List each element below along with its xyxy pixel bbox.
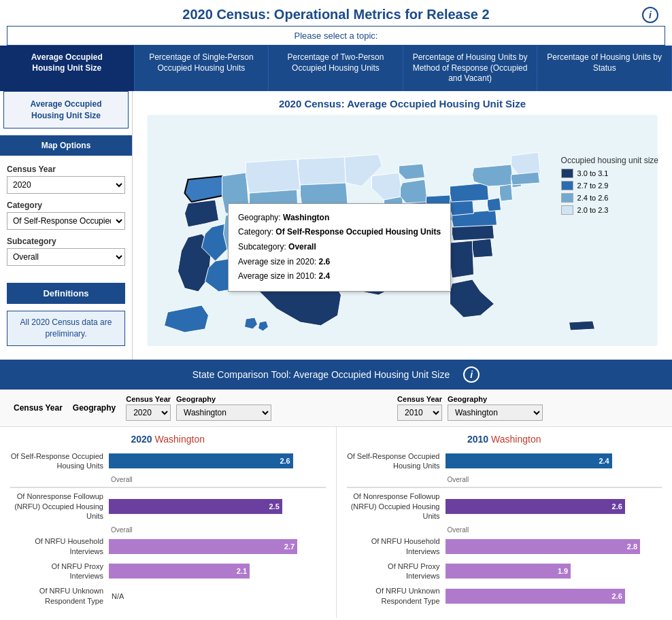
right-chart-title: 2010 Washington bbox=[347, 434, 662, 445]
right-row5-label: Of NRFU Unknown Respondent Type bbox=[347, 586, 446, 606]
right-bar-row-1: Of Self-Response Occupied Housing Units … bbox=[347, 451, 662, 471]
tooltip-geography-label: Geography: bbox=[238, 213, 283, 222]
subcategory-select[interactable]: Overall bbox=[7, 248, 125, 266]
svg-marker-33 bbox=[450, 241, 474, 278]
left-bar4: 2.1 bbox=[109, 564, 250, 579]
census-year-select[interactable]: 2020 2010 bbox=[7, 176, 125, 194]
left-bar2-container: 2.5 bbox=[109, 499, 326, 514]
tooltip-subcategory-label: Subcategory: bbox=[238, 242, 288, 252]
category-select[interactable]: Of Self-Response Occupied ... bbox=[7, 212, 125, 230]
tab-method[interactable]: Percentage of Housing Units by Method of… bbox=[403, 46, 538, 91]
right-bar1: 2.4 bbox=[446, 453, 612, 468]
left-bar3: 2.7 bbox=[109, 539, 297, 554]
map-options-header: Map Options bbox=[0, 135, 132, 156]
map-legend: Occupied housing unit size 3.0 to 3.1 2.… bbox=[561, 156, 658, 218]
left-census-year-label: Census Year bbox=[14, 403, 63, 413]
right-bar2: 2.6 bbox=[446, 499, 625, 514]
charts-section: 2020 Washington Of Self-Response Occupie… bbox=[0, 427, 672, 618]
tooltip-category-label: Category: bbox=[238, 227, 275, 237]
legend-color-2 bbox=[561, 181, 573, 190]
right-bar2-container: 2.6 bbox=[446, 499, 662, 514]
left-row2-label: Of Nonresponse Followup (NRFU) Occupied … bbox=[10, 492, 109, 521]
left-bar-row-2: Of Nonresponse Followup (NRFU) Occupied … bbox=[10, 492, 326, 521]
right-bar2-value: 2.6 bbox=[612, 502, 622, 511]
left-bar-row-4: Of NRFU Proxy Interviews 2.1 bbox=[10, 562, 326, 581]
tooltip-avg2020-label: Average size in 2020: bbox=[238, 257, 319, 266]
tooltip-category-value: Of Self-Response Occupied Housing Units bbox=[275, 227, 441, 237]
map-container[interactable]: Geography: Washington Category: Of Self-… bbox=[139, 115, 665, 353]
svg-marker-6 bbox=[246, 159, 301, 193]
left-geo-label-display: Geography bbox=[176, 395, 271, 403]
left-bar-row-1: Of Self-Response Occupied Housing Units … bbox=[10, 451, 326, 471]
legend-color-3 bbox=[561, 193, 573, 203]
right-row2-label: Of Nonresponse Followup (NRFU) Occupied … bbox=[347, 492, 446, 521]
legend-item-2: 2.7 to 2.9 bbox=[561, 181, 658, 190]
right-year-select[interactable]: 20102020 bbox=[397, 404, 442, 421]
tooltip-subcategory-value: Overall bbox=[288, 242, 316, 252]
left-row1-label: Of Self-Response Occupied Housing Units bbox=[10, 451, 109, 471]
tab-status[interactable]: Percentage of Housing Units by Status bbox=[537, 46, 672, 91]
svg-marker-49 bbox=[569, 321, 595, 330]
info-icon-top[interactable]: i bbox=[642, 7, 658, 23]
right-bar3-container: 2.8 bbox=[446, 539, 662, 554]
legend-label-3: 2.4 to 2.6 bbox=[577, 194, 609, 202]
tab-two-person[interactable]: Percentage of Two-Person Occupied Housin… bbox=[269, 46, 403, 91]
right-row3-label: Of NRFU Household Interviews bbox=[347, 536, 446, 556]
legend-item-3: 2.4 to 2.6 bbox=[561, 193, 658, 203]
left-bar1-container: 2.6 bbox=[109, 453, 326, 468]
left-row3-label: Of NRFU Household Interviews bbox=[10, 536, 109, 556]
right-bar3: 2.8 bbox=[446, 539, 641, 554]
right-bar5-container: 2.6 bbox=[446, 589, 662, 604]
right-row4-label: Of NRFU Proxy Interviews bbox=[347, 562, 446, 581]
left-bar2: 2.5 bbox=[109, 499, 282, 514]
definitions-button[interactable]: Definitions bbox=[7, 283, 125, 304]
left-geography-group: Geography bbox=[73, 403, 116, 413]
left-census-year-group: Census Year bbox=[14, 403, 63, 413]
right-geo-select[interactable]: Washington bbox=[448, 404, 543, 421]
svg-marker-39 bbox=[450, 183, 489, 202]
svg-marker-12 bbox=[299, 157, 346, 185]
svg-marker-41 bbox=[488, 198, 501, 211]
legend-title: Occupied housing unit size bbox=[561, 156, 658, 165]
right-geo-label-display: Geography bbox=[448, 395, 543, 403]
left-geo-select[interactable]: Washington bbox=[176, 404, 271, 421]
svg-marker-35 bbox=[473, 239, 493, 258]
right-chart-year: 2010 bbox=[467, 434, 488, 445]
map-tooltip: Geography: Washington Category: Of Self-… bbox=[228, 203, 451, 292]
tooltip-avg2010-value: 2.4 bbox=[319, 271, 331, 281]
right-row2-sublabel: Overall bbox=[448, 526, 662, 534]
comparison-info-icon[interactable]: i bbox=[463, 366, 480, 383]
left-bar3-value: 2.7 bbox=[284, 542, 295, 551]
sidebar-active-tab: Average OccupiedHousing Unit Size bbox=[3, 91, 129, 129]
census-year-label: Census Year bbox=[7, 165, 125, 174]
tab-avg-size[interactable]: Average OccupiedHousing Unit Size bbox=[0, 46, 135, 91]
left-year-select[interactable]: 20202010 bbox=[126, 404, 171, 421]
left-bar5-na: N/A bbox=[112, 592, 124, 600]
right-bar4-container: 1.9 bbox=[446, 564, 662, 579]
right-bar4: 1.9 bbox=[446, 564, 571, 579]
right-bar1-container: 2.4 bbox=[446, 453, 662, 468]
right-year-label-display: Census Year bbox=[397, 395, 442, 403]
left-bar4-container: 2.1 bbox=[109, 564, 326, 579]
comparison-title: State Comparison Tool: Average Occupied … bbox=[192, 369, 450, 380]
category-label: Category bbox=[7, 201, 125, 210]
left-chart-panel: 2020 Washington Of Self-Response Occupie… bbox=[0, 427, 336, 618]
right-bar5-value: 2.6 bbox=[612, 592, 622, 600]
left-chart-title: 2020 Washington bbox=[10, 434, 326, 445]
left-bar1-value: 2.6 bbox=[280, 457, 290, 465]
page-title: 2020 Census: Operational Metrics for Rel… bbox=[7, 0, 665, 26]
tab-single-person[interactable]: Percentage of Single-Person Occupied Hou… bbox=[135, 46, 269, 91]
left-controls: Census Year 20202010 Geography Washingto… bbox=[126, 395, 387, 421]
right-bar-row-4: Of NRFU Proxy Interviews 1.9 bbox=[347, 562, 662, 581]
left-bar2-value: 2.5 bbox=[269, 502, 280, 511]
left-bar1: 2.6 bbox=[109, 453, 293, 468]
left-chart-year: 2020 bbox=[131, 434, 152, 445]
nav-tabs: Average OccupiedHousing Unit Size Percen… bbox=[0, 46, 672, 91]
left-bar-row-5: Of NRFU Unknown Respondent Type N/A bbox=[10, 586, 326, 606]
legend-label-4: 2.0 to 2.3 bbox=[577, 206, 609, 214]
left-row2-sublabel: Overall bbox=[111, 526, 326, 534]
right-chart-panel: 2010 Washington Of Self-Response Occupie… bbox=[337, 427, 673, 618]
right-bar4-value: 1.9 bbox=[558, 567, 568, 575]
legend-label-2: 2.7 to 2.9 bbox=[577, 182, 609, 190]
right-controls: Census Year 20102020 Geography Washingto… bbox=[397, 395, 658, 421]
